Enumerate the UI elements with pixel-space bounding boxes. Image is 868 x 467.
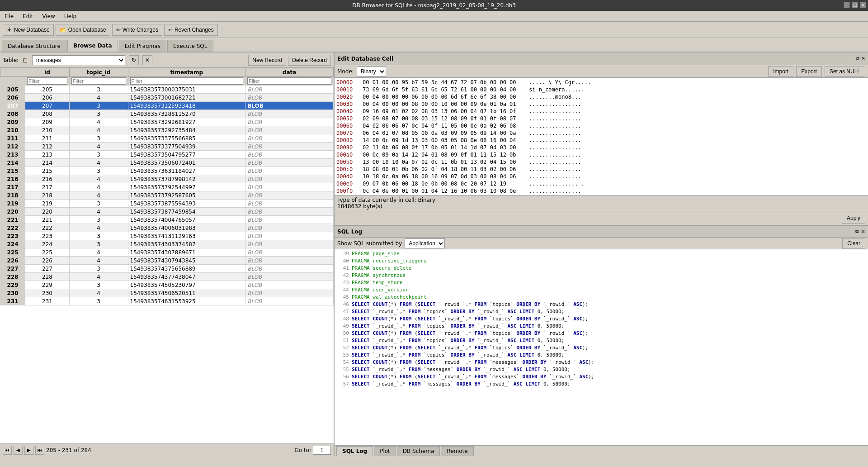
table-row[interactable]: 23123131549383574631553925BLOB: [0, 297, 334, 305]
tab-execute-sql[interactable]: Execute SQL: [167, 40, 213, 52]
cell-rownum: 206: [0, 94, 25, 102]
tab-browse-data[interactable]: Browse Data: [67, 40, 118, 52]
filter-data[interactable]: [245, 77, 334, 86]
sql-log-content[interactable]: 39PRAGMA page_size40PRAGMA recursive_tri…: [335, 249, 868, 445]
show-select-dropdown[interactable]: Application User Both: [405, 238, 445, 248]
table-row[interactable]: 22122131549383574004765057BLOB: [0, 216, 334, 224]
filter-id[interactable]: [25, 77, 69, 86]
open-database-icon: 📂: [60, 27, 66, 33]
table-row[interactable]: 21421441549383573506072401BLOB: [0, 159, 334, 167]
tab-edit-pragmas[interactable]: Edit Pragmas: [119, 40, 166, 52]
btab-sql-log[interactable]: SQL Log: [336, 446, 373, 456]
btab-remote[interactable]: Remote: [441, 446, 473, 456]
apply-btn[interactable]: Apply: [842, 213, 865, 224]
cell-data: BLOB: [245, 191, 334, 200]
sql-text: SELECT `_rowid_`,* FROM `topics` ORDER B…: [352, 352, 564, 358]
hex-bytes: 00 01 00 00 95 b7 59 5c 44 67 72 07 0b 0…: [363, 79, 525, 86]
maximize-btn[interactable]: □: [852, 2, 858, 8]
table-row[interactable]: 21721741549383573792544997BLOB: [0, 183, 334, 191]
filter-topicid[interactable]: [69, 77, 128, 86]
filter-data-input[interactable]: [247, 77, 331, 85]
edit-cell-close-btn[interactable]: ✕: [861, 56, 865, 62]
col-data[interactable]: data: [245, 68, 334, 77]
table-row[interactable]: 21121131549383573375566885BLOB: [0, 134, 334, 143]
table-row[interactable]: 22422431549383574303374587BLOB: [0, 240, 334, 248]
cell-rownum: 217: [0, 183, 25, 191]
new-database-btn[interactable]: 🗄 New Database: [3, 24, 54, 36]
goto-input[interactable]: [313, 446, 331, 455]
mode-select-dropdown[interactable]: Binary Text Hex Image: [357, 67, 386, 76]
clear-btn[interactable]: Clear: [842, 238, 865, 249]
table-row[interactable]: 22222241549383574006031983BLOB: [0, 224, 334, 232]
table-row[interactable]: 23023041549383574506520511BLOB: [0, 289, 334, 297]
minimize-btn[interactable]: _: [844, 2, 850, 8]
hex-line: 000c018 08 00 01 0b 06 02 0f 04 18 00 11…: [336, 166, 866, 173]
hex-addr: 00020: [336, 93, 359, 100]
import-btn[interactable]: Import: [768, 66, 793, 77]
filter-topicid-input[interactable]: [71, 77, 126, 85]
col-timestamp[interactable]: timestamp: [128, 68, 245, 77]
data-table-container[interactable]: id topic_id timestamp data 2052053154938: [0, 68, 334, 443]
clear-table-btn[interactable]: ✕: [142, 55, 152, 65]
table-row[interactable]: 22922931549383574505230797BLOB: [0, 281, 334, 289]
sql-line-num: 57: [336, 381, 349, 388]
table-row[interactable]: 20920941549383573292681927BLOB: [0, 118, 334, 126]
cell-timestamp: 1549383573504795277: [128, 151, 245, 159]
table-row[interactable]: 21621641549383573787998142BLOB: [0, 175, 334, 183]
table-row[interactable]: 21021041549383573292735484BLOB: [0, 126, 334, 134]
refresh-table-btn[interactable]: ↻: [129, 55, 139, 65]
cell-rownum: 205: [0, 86, 25, 94]
cell-timestamp: 1549383573792587605: [128, 191, 245, 200]
set-null-btn[interactable]: Set as NULL: [825, 66, 865, 77]
filter-timestamp-input[interactable]: [130, 77, 244, 85]
hex-line: 000d010 18 0c 0a 06 18 00 16 09 07 0d 03…: [336, 173, 866, 180]
btab-plot[interactable]: Plot: [374, 446, 396, 456]
nav-next-btn[interactable]: ▶: [24, 446, 33, 455]
sql-log-close-btn[interactable]: ✕: [861, 229, 865, 235]
nav-prev-btn[interactable]: ◀: [14, 446, 23, 455]
col-topicid[interactable]: topic_id: [69, 68, 128, 77]
write-changes-btn[interactable]: ✏ Write Changes: [112, 24, 162, 36]
table-row[interactable]: 20620641549383573001682721BLOB: [0, 94, 334, 102]
new-record-btn[interactable]: New Record: [248, 55, 286, 66]
cell-data: BLOB: [245, 281, 334, 289]
table-row[interactable]: 21321331549383573504795277BLOB: [0, 151, 334, 159]
filter-timestamp[interactable]: [128, 77, 245, 86]
menu-edit[interactable]: Edit: [20, 12, 36, 20]
table-row[interactable]: 22522541549383574307889671BLOB: [0, 248, 334, 257]
table-row[interactable]: 20820831549383573288115270BLOB: [0, 110, 334, 118]
export-btn[interactable]: Export: [796, 66, 822, 77]
sql-line-text: PRAGMA synchronous: [352, 272, 406, 279]
table-row[interactable]: 22622641549383574307943845BLOB: [0, 257, 334, 265]
table-select-dropdown[interactable]: messages topics: [32, 55, 125, 65]
nav-last-btn[interactable]: ⏭: [35, 446, 44, 455]
table-row[interactable]: 20720731549383573125933418BLOB: [0, 102, 334, 110]
table-row[interactable]: 21821841549383573792587605BLOB: [0, 191, 334, 200]
table-row[interactable]: 21921931549383573875594393BLOB: [0, 200, 334, 208]
sql-line-num: 43: [336, 279, 349, 286]
table-row[interactable]: 20520531549383573000375031BLOB: [0, 86, 334, 94]
cell-size: 1048632 byte(s): [337, 203, 865, 210]
btab-db-schema[interactable]: DB Schema: [397, 446, 440, 456]
table-row[interactable]: 21221241549383573377504939BLOB: [0, 143, 334, 151]
table-row[interactable]: 22722731549383574375656889BLOB: [0, 265, 334, 273]
menu-view[interactable]: View: [39, 12, 57, 20]
table-row[interactable]: 21521531549383573631184027BLOB: [0, 167, 334, 175]
sql-line-num: 45: [336, 294, 349, 301]
delete-record-btn[interactable]: Delete Record: [288, 55, 331, 66]
menu-help[interactable]: Help: [61, 12, 79, 20]
filter-id-input[interactable]: [27, 77, 67, 85]
table-row[interactable]: 22822841549383574377438047BLOB: [0, 273, 334, 281]
open-database-btn[interactable]: 📂 Open Database: [56, 24, 110, 36]
hex-editor[interactable]: 0000000 01 00 00 95 b7 59 5c 44 67 72 07…: [335, 78, 868, 195]
data-table: id topic_id timestamp data 2052053154938: [0, 68, 334, 305]
sql-log-line: 41PRAGMA secure_delete: [336, 265, 866, 272]
table-row[interactable]: 22322331549383574131129163BLOB: [0, 232, 334, 240]
nav-first-btn[interactable]: ⏮: [3, 446, 12, 455]
tab-db-structure[interactable]: Database Structure: [2, 40, 66, 52]
col-id[interactable]: id: [25, 68, 69, 77]
close-btn[interactable]: ×: [860, 2, 866, 8]
revert-changes-btn[interactable]: ↩ Revert Changes: [164, 24, 218, 36]
menu-file[interactable]: File: [2, 12, 16, 20]
table-row[interactable]: 22022041549383573877459854BLOB: [0, 208, 334, 216]
